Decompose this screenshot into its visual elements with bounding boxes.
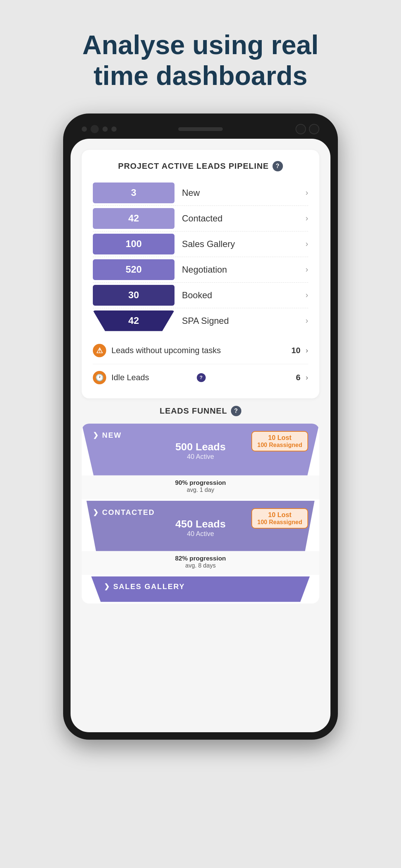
funnel-contacted-progression: 82% progression avg. 8 days: [82, 551, 319, 575]
phone-frame: PROJECT ACTIVE LEADS PIPELINE ? 3 New › …: [63, 114, 338, 740]
clock-icon: 🕐: [93, 371, 106, 384]
chevron-right-spa-signed: ›: [306, 316, 308, 326]
chevron-right-booked: ›: [306, 290, 308, 300]
chevron-right-new: ›: [306, 188, 308, 198]
rear-cam-2: [309, 124, 319, 134]
pipeline-label-spa-signed: SPA Signed: [175, 316, 306, 326]
front-camera: [91, 125, 99, 133]
funnel-help-icon[interactable]: ?: [231, 406, 241, 416]
funnel-bar-contacted: ❯ CONTACTED 450 Leads 40 Active 10 Lost …: [82, 501, 319, 551]
pipeline-row-new[interactable]: 3 New ›: [93, 180, 308, 206]
pipeline-bar-spa-signed: 42: [93, 310, 175, 331]
funnel-new-active: 40 Active: [93, 453, 308, 461]
funnel-new-reassigned: 100 Reassigned: [257, 442, 302, 448]
pipeline-bar-sales-gallery: 100: [93, 234, 175, 254]
warning-icon: ⚠: [93, 344, 106, 357]
dot-3: [111, 126, 117, 132]
alert-row-idle[interactable]: 🕐 Idle Leads ? 6 ›: [93, 364, 308, 391]
funnel-contacted-lost: 10 Lost: [257, 511, 302, 519]
pipeline-rows: 3 New › 42 Contacted › 100 Sales: [93, 180, 308, 333]
funnel-title: LEADS FUNNEL ?: [82, 406, 319, 416]
funnel-stage-sales-gallery[interactable]: ❯ SALES GALLERY: [82, 576, 319, 602]
alert-tasks-count: 10: [291, 346, 300, 355]
pipeline-label-sales-gallery: Sales Gallery: [175, 239, 306, 249]
chevron-right-contacted: ›: [306, 214, 308, 223]
camera-right: [296, 124, 319, 134]
alert-tasks-chevron: ›: [306, 346, 308, 355]
pipeline-help-icon[interactable]: ?: [273, 161, 283, 171]
funnel-new-lost: 10 Lost: [257, 434, 302, 442]
rear-cam-1: [296, 124, 306, 134]
pipeline-bar-new: 3: [93, 183, 175, 203]
pipeline-label-booked: Booked: [175, 290, 306, 300]
funnel-new-lost-badge: 10 Lost 100 Reassigned: [251, 431, 308, 451]
funnel-stage-contacted[interactable]: ❯ CONTACTED 450 Leads 40 Active 10 Lost …: [82, 501, 319, 575]
pipeline-label-negotiation: Negotiation: [175, 264, 306, 275]
pipeline-row-spa-signed[interactable]: 42 SPA Signed ›: [93, 308, 308, 333]
idle-help-icon[interactable]: ?: [197, 373, 206, 382]
funnel-section: LEADS FUNNEL ? ❯ NEW 500 Leads 40 Active: [82, 406, 319, 604]
pipeline-title: PROJECT ACTIVE LEADS PIPELINE ?: [93, 161, 308, 171]
alert-tasks-text: Leads without upcoming tasks: [111, 346, 286, 355]
camera-left: [82, 125, 117, 133]
pipeline-bar-contacted: 42: [93, 208, 175, 229]
pipeline-bar-negotiation: 520: [93, 259, 175, 280]
pipeline-row-contacted[interactable]: 42 Contacted ›: [93, 206, 308, 231]
funnel-stage-new[interactable]: ❯ NEW 500 Leads 40 Active 10 Lost 100 Re…: [82, 424, 319, 499]
pipeline-row-sales-gallery[interactable]: 100 Sales Gallery ›: [93, 231, 308, 257]
funnel-sales-gallery-label: ❯ SALES GALLERY: [104, 582, 297, 591]
pipeline-label-contacted: Contacted: [175, 213, 306, 224]
pipeline-title-text: PROJECT ACTIVE LEADS PIPELINE: [118, 161, 269, 171]
funnel-bar-sales-gallery: ❯ SALES GALLERY: [82, 576, 319, 602]
dot-2: [102, 126, 108, 132]
funnel-contacted-active: 40 Active: [93, 530, 308, 538]
funnel-chevron-new: ❯: [93, 431, 99, 439]
funnel-chevron-sales-gallery: ❯: [104, 582, 110, 591]
alert-row-tasks[interactable]: ⚠ Leads without upcoming tasks 10 ›: [93, 337, 308, 364]
funnel-contacted-lost-badge: 10 Lost 100 Reassigned: [251, 508, 308, 529]
funnel-title-text: LEADS FUNNEL: [160, 406, 227, 416]
phone-screen: PROJECT ACTIVE LEADS PIPELINE ? 3 New › …: [71, 139, 330, 732]
alert-idle-chevron: ›: [306, 373, 308, 382]
dot-1: [82, 126, 87, 132]
speaker: [178, 127, 223, 131]
funnel-chevron-contacted: ❯: [93, 508, 99, 516]
funnel-new-progression: 90% progression avg. 1 day: [82, 476, 319, 499]
pipeline-bar-booked: 30: [93, 285, 175, 306]
hero-title: Analyse using real time dashboards: [33, 0, 368, 114]
funnel-bar-new: ❯ NEW 500 Leads 40 Active 10 Lost 100 Re…: [82, 424, 319, 476]
pipeline-label-new: New: [175, 188, 306, 198]
funnel-contacted-reassigned: 100 Reassigned: [257, 519, 302, 526]
chevron-right-negotiation: ›: [306, 265, 308, 274]
funnel-card: ❯ NEW 500 Leads 40 Active 10 Lost 100 Re…: [82, 424, 319, 604]
chevron-right-sales-gallery: ›: [306, 239, 308, 249]
pipeline-card: PROJECT ACTIVE LEADS PIPELINE ? 3 New › …: [82, 150, 319, 398]
pipeline-row-negotiation[interactable]: 520 Negotiation ›: [93, 257, 308, 283]
alert-idle-text: Idle Leads: [111, 373, 192, 382]
phone-notch: [71, 121, 330, 139]
pipeline-row-booked[interactable]: 30 Booked ›: [93, 283, 308, 308]
alert-idle-count: 6: [296, 373, 300, 382]
